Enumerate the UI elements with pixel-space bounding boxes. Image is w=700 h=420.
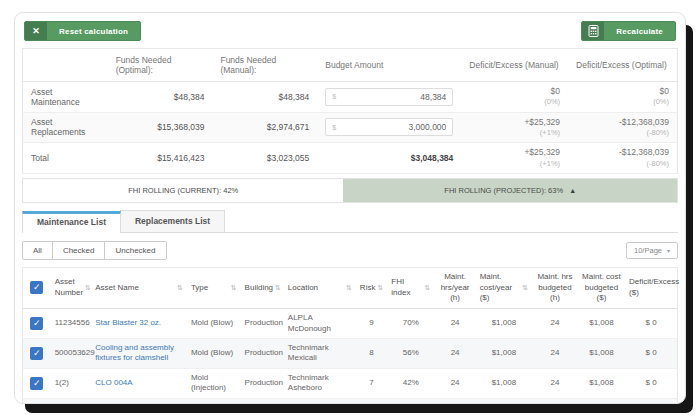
summary-header-budget-amount: Budget Amount — [317, 49, 461, 82]
close-icon: ✕ — [25, 21, 47, 41]
sort-icon[interactable]: ⇅ — [273, 283, 281, 292]
building-cell: Production — [241, 338, 284, 368]
maint-hrs-budgeted-cell: 24 — [532, 368, 578, 398]
col-label: Location — [288, 283, 318, 294]
asset-name-cell: CLO 004A — [91, 368, 187, 398]
recalculate-button[interactable]: Recalculate — [581, 21, 676, 41]
deficit-manual-cell: +$25,329 (+1%) — [461, 143, 568, 174]
deficit-optimal-pct: (-80%) — [576, 159, 669, 169]
row-checkbox[interactable]: ✓ — [30, 317, 43, 330]
col-maint-hrs-year: Maint. hrs/year (h) — [434, 267, 475, 308]
col-location[interactable]: Location⇅ — [284, 267, 356, 308]
maintenance-budget-input[interactable] — [340, 92, 446, 102]
asset-number-cell: 11234556 — [51, 309, 92, 339]
sort-icon[interactable]: ⇅ — [229, 283, 237, 292]
chevron-down-icon: ▾ — [667, 247, 670, 254]
sort-icon[interactable]: ⇅ — [175, 283, 183, 292]
fhi-index-cell: 42% — [387, 398, 434, 404]
funds-optimal-value: $15,368,039 — [108, 112, 213, 143]
fhi-index-cell: 56% — [387, 338, 434, 368]
deficit-optimal-pct: (-80%) — [576, 128, 669, 138]
filter-unchecked-button[interactable]: Unchecked — [104, 241, 166, 260]
filter-checked-button[interactable]: Checked — [52, 241, 106, 260]
col-maint-cost-year[interactable]: Maint. cost/year ($)⇅ — [476, 267, 532, 308]
deficit-optimal-value: -$12,368,039 — [576, 117, 669, 128]
summary-header-funds-manual: Funds Needed (Manual): — [212, 49, 317, 82]
deficit-manual-pct: (+1%) — [469, 128, 560, 138]
maint-cost-year-cell: $1,008 — [476, 338, 532, 368]
deficit-manual-value: +$25,329 — [469, 147, 560, 158]
col-label: Type — [191, 283, 208, 294]
col-maint-cost-budgeted: Maint. cost budgeted ($) — [578, 267, 625, 308]
col-type[interactable]: Type⇅ — [187, 267, 241, 308]
sort-icon[interactable]: ⇅ — [344, 283, 352, 292]
summary-row-replacements: Asset Replacements $15,368,039 $2,974,67… — [23, 112, 678, 143]
maint-hrs-year-cell: 24 — [434, 309, 475, 339]
toolbar: ✕ Reset calculation Recalculate — [22, 19, 678, 48]
currency-prefix: $ — [332, 93, 336, 100]
table-row: ✓ 500053629 Cooling and assembly fixture… — [23, 338, 678, 368]
asset-name-link[interactable]: Star Blaster 32 oz. — [95, 318, 161, 327]
deficit-optimal-pct: (0%) — [576, 97, 669, 107]
fhi-index-cell: 42% — [387, 368, 434, 398]
risk-cell: 7 — [356, 368, 387, 398]
row-checkbox[interactable]: ✓ — [30, 347, 43, 360]
list-tabs: Maintenance List Replacements List — [22, 210, 678, 233]
fhi-projected-label: FHI ROLLING (PROJECTED): 63% — [444, 186, 563, 195]
tab-maintenance-list[interactable]: Maintenance List — [22, 211, 121, 233]
filter-all-button[interactable]: All — [22, 241, 53, 260]
col-fhi-index[interactable]: FHI index⇅ — [387, 267, 434, 308]
tab-replacements-list[interactable]: Replacements List — [120, 210, 225, 232]
replacements-budget-input[interactable] — [340, 122, 446, 132]
replacements-budget-input-box: $ — [325, 118, 453, 136]
building-cell: Production — [241, 368, 284, 398]
risk-cell: 7 — [356, 398, 387, 404]
col-asset-number[interactable]: Asset Number⇅ — [51, 267, 92, 308]
funds-optimal-value: $48,384 — [108, 82, 213, 113]
deficit-optimal-cell: -$12,368,039 (-80%) — [568, 143, 677, 174]
building-cell: Production — [241, 309, 284, 339]
deficit-optimal-cell: -$12,368,039 (-80%) — [568, 112, 677, 143]
sort-icon[interactable]: ⇅ — [423, 283, 431, 292]
sort-icon[interactable]: ⇅ — [520, 283, 528, 292]
summary-header-empty — [23, 49, 108, 82]
maint-cost-budgeted-cell: $1,008 — [578, 309, 625, 339]
type-cell: Mold (Blow) — [187, 309, 241, 339]
col-risk[interactable]: Risk⇅ — [356, 267, 387, 308]
budget-total-value: $3,048,384 — [317, 143, 461, 174]
recalculate-label: Recalculate — [604, 27, 675, 36]
select-all-header: ✓ — [23, 267, 51, 308]
col-asset-name[interactable]: Asset Name⇅ — [91, 267, 187, 308]
sort-icon[interactable]: ⇅ — [83, 283, 91, 292]
funds-manual-value: $2,974,671 — [212, 112, 317, 143]
summary-header-deficit-optimal: Deficit/Excess (Optimal) — [568, 49, 677, 82]
asset-name-link[interactable]: Cooling and assembly fixtures for clamsh… — [95, 343, 174, 362]
deficit-excess-cell: $ 0 — [625, 398, 677, 404]
sort-icon[interactable]: ⇅ — [375, 283, 383, 292]
asset-calculation-panel: ✕ Reset calculation Recalculate Funds Ne… — [14, 12, 686, 404]
select-all-checkbox[interactable]: ✓ — [30, 281, 43, 294]
col-label: Maint. cost budgeted ($) — [582, 272, 621, 304]
maint-hrs-year-cell: 24 — [434, 398, 475, 404]
budget-summary-table: Funds Needed (Optimal): Funds Needed (Ma… — [22, 48, 678, 174]
location-cell: Technimark Asheboro — [284, 398, 356, 404]
col-label: Asset Number — [55, 277, 83, 299]
reset-calculation-button[interactable]: ✕ Reset calculation — [24, 21, 141, 41]
maint-cost-year-cell: $1,008 — [476, 309, 532, 339]
table-row: ✓ 1(2) CLO 004A Mold (Injection) Product… — [23, 368, 678, 398]
deficit-manual-pct: (+1%) — [469, 159, 560, 169]
col-building[interactable]: Building⇅ — [241, 267, 284, 308]
location-cell: Technimark Asheboro — [284, 368, 356, 398]
arrow-up-icon: ▲ — [569, 187, 576, 194]
location-cell: ALPLA McDonough — [284, 309, 356, 339]
deficit-manual-value: $0 — [469, 86, 560, 97]
funds-optimal-value: $15,416,423 — [108, 143, 213, 174]
row-checkbox-cell: ✓ — [23, 309, 51, 339]
maint-cost-year-cell: $1,008 — [476, 368, 532, 398]
asset-number-cell: 1(2) — [51, 368, 92, 398]
asset-name-link[interactable]: CLO 004A — [95, 378, 132, 387]
page-size-select[interactable]: 10/Page ▾ — [626, 242, 678, 259]
row-checkbox[interactable]: ✓ — [30, 377, 43, 390]
deficit-excess-cell: $ 0 — [625, 368, 677, 398]
maint-cost-year-cell: $1,008 — [476, 398, 532, 404]
